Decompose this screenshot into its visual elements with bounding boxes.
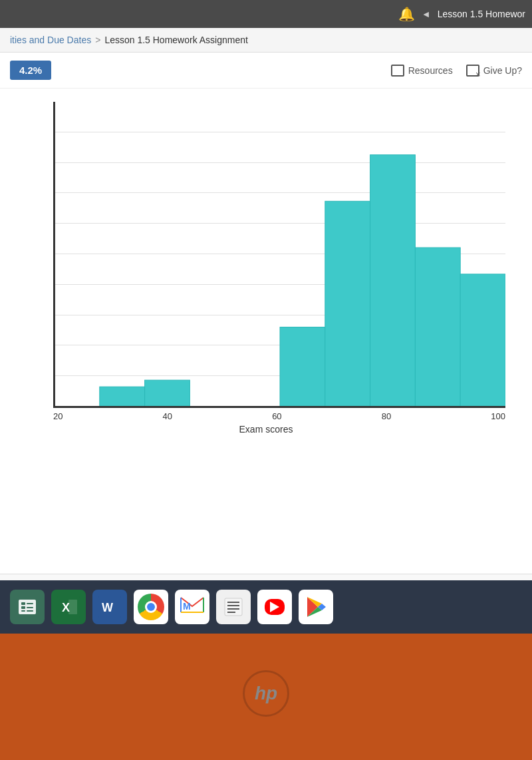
chrome-icon — [138, 594, 164, 620]
svg-rect-6 — [460, 274, 505, 407]
taskbar-icon-youtube[interactable] — [257, 590, 292, 624]
histogram-chart: 20 40 60 80 100 Exam scores — [20, 102, 512, 435]
taskbar-icon-list[interactable] — [10, 590, 45, 624]
taskbar: X W M — [0, 580, 532, 634]
breadcrumb-separator: > — [95, 35, 100, 45]
chart-area: 20 40 60 80 100 Exam scores — [0, 89, 532, 574]
svg-rect-2 — [280, 327, 325, 407]
play-triangle — [270, 602, 279, 612]
svg-rect-18 — [68, 600, 77, 614]
x-axis-title: Exam scores — [20, 424, 512, 435]
x-label-40: 40 — [163, 411, 172, 421]
give-up-icon — [466, 65, 479, 77]
svg-text:W: W — [102, 601, 113, 614]
taskbar-icon-gmail[interactable]: M — [175, 590, 209, 624]
x-axis-labels: 20 40 60 80 100 — [53, 411, 505, 421]
svg-rect-10 — [21, 602, 25, 605]
hp-logo-text: hp — [255, 683, 277, 704]
word-icon: W — [98, 596, 121, 618]
svg-rect-14 — [21, 610, 25, 612]
svg-rect-15 — [27, 610, 33, 612]
gmail-icon: M — [180, 595, 205, 619]
list-icon — [16, 596, 39, 618]
resources-label: Resources — [408, 65, 453, 76]
breadcrumb-current: Lesson 1.5 Homework Assignment — [104, 35, 248, 45]
excel-icon: X — [57, 596, 80, 618]
svg-rect-3 — [325, 201, 370, 407]
svg-rect-5 — [415, 248, 460, 407]
svg-rect-11 — [27, 603, 33, 604]
taskbar-icon-playstore[interactable] — [299, 590, 333, 624]
chrome-inner-circle — [145, 601, 157, 613]
svg-rect-1 — [145, 380, 190, 407]
breadcrumb: ities and Due Dates > Lesson 1.5 Homewor… — [0, 28, 532, 53]
playstore-icon — [303, 594, 329, 620]
notes-icon — [222, 596, 245, 618]
x-label-60: 60 — [272, 411, 281, 421]
top-bar: 🔔 ◄ Lesson 1.5 Homewor — [0, 0, 532, 28]
x-label-80: 80 — [382, 411, 391, 421]
bell-icon: 🔔 — [398, 6, 415, 22]
give-up-label: Give Up? — [483, 65, 522, 76]
svg-text:M: M — [183, 601, 191, 612]
svg-rect-22 — [225, 598, 242, 616]
resources-button[interactable]: Resources — [391, 65, 453, 77]
svg-rect-0 — [100, 387, 145, 407]
histogram-svg — [55, 102, 505, 407]
taskbar-icon-word[interactable]: W — [92, 590, 127, 624]
breadcrumb-parent-link[interactable]: ities and Due Dates — [10, 35, 91, 45]
resources-icon — [391, 65, 404, 77]
score-badge: 4.2% — [10, 61, 51, 80]
tab-title: Lesson 1.5 Homewor — [438, 9, 525, 19]
taskbar-icon-chrome[interactable] — [134, 590, 168, 624]
taskbar-icon-notes[interactable] — [216, 590, 251, 624]
hp-logo: hp — [243, 670, 289, 717]
main-window: ities and Due Dates > Lesson 1.5 Homewor… — [0, 28, 532, 607]
youtube-icon — [265, 599, 285, 615]
give-up-button[interactable]: Give Up? — [466, 65, 522, 77]
x-label-100: 100 — [491, 411, 505, 421]
back-arrow-icon[interactable]: ◄ — [422, 9, 431, 19]
svg-rect-12 — [21, 606, 25, 609]
svg-rect-13 — [27, 607, 33, 608]
x-label-20: 20 — [53, 411, 63, 421]
svg-rect-4 — [370, 155, 416, 407]
taskbar-icon-excel[interactable]: X — [51, 590, 86, 624]
hp-logo-area: hp — [0, 654, 532, 733]
toolbar: 4.2% Resources Give Up? — [0, 53, 532, 89]
